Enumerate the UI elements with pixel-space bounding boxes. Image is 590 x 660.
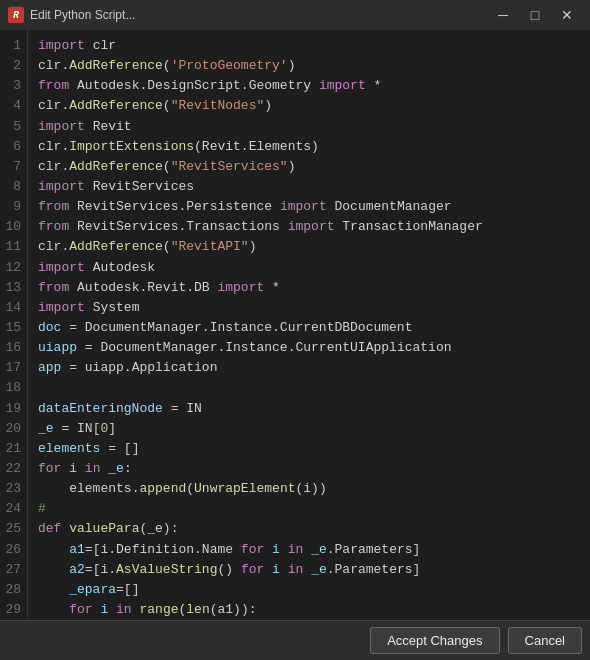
code-text[interactable]: import clr clr.AddReference('ProtoGeomet… — [28, 30, 590, 620]
cancel-button[interactable]: Cancel — [508, 627, 582, 654]
minimize-button[interactable]: ─ — [488, 5, 518, 25]
window-controls: ─ □ ✕ — [488, 5, 582, 25]
accept-changes-button[interactable]: Accept Changes — [370, 627, 499, 654]
app-icon: R — [8, 7, 24, 23]
bottom-bar: Accept Changes Cancel — [0, 620, 590, 660]
code-editor[interactable]: 1 2 3 4 5 6 7 8 9 10 11 12 13 14 15 16 1… — [0, 30, 590, 620]
window-title: Edit Python Script... — [30, 8, 488, 22]
maximize-button[interactable]: □ — [520, 5, 550, 25]
close-button[interactable]: ✕ — [552, 5, 582, 25]
title-bar: R Edit Python Script... ─ □ ✕ — [0, 0, 590, 30]
line-numbers: 1 2 3 4 5 6 7 8 9 10 11 12 13 14 15 16 1… — [0, 30, 28, 620]
